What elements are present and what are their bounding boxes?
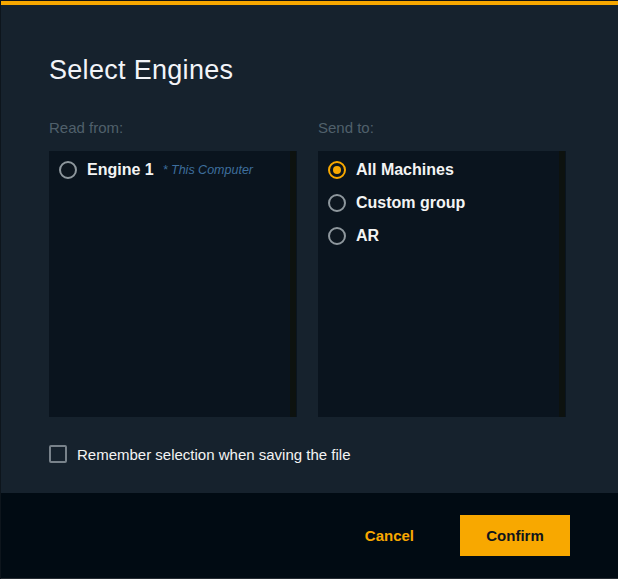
radio-dot (333, 199, 341, 207)
scrollbar-track[interactable] (290, 151, 296, 417)
this-computer-note: * This Computer (163, 163, 253, 177)
read-from-panel: Engine 1 * This Computer (49, 151, 297, 417)
radio-option-label: AR (356, 227, 379, 245)
send-to-panel: All Machines Custom group AR (318, 151, 566, 417)
radio-dot (333, 232, 341, 240)
radio-option-label: Custom group (356, 194, 465, 212)
remember-selection-row[interactable]: Remember selection when saving the file (49, 445, 566, 463)
radio-icon[interactable] (328, 227, 346, 245)
radio-option-ar[interactable]: AR (318, 219, 566, 252)
dialog-content: Select Engines Read from: Engine 1 * Thi… (1, 5, 618, 493)
engine-columns: Read from: Engine 1 * This Computer Send… (49, 119, 566, 417)
radio-option-custom-group[interactable]: Custom group (318, 186, 566, 219)
page-title: Select Engines (49, 55, 566, 86)
radio-option-all-machines[interactable]: All Machines (318, 153, 566, 186)
read-from-label: Read from: (49, 119, 297, 136)
remember-checkbox[interactable] (49, 445, 67, 463)
remember-checkbox-label: Remember selection when saving the file (77, 446, 350, 463)
radio-icon[interactable] (328, 161, 346, 179)
scrollbar-track[interactable] (559, 151, 565, 417)
radio-option-label: Engine 1 (87, 161, 154, 179)
read-from-column: Read from: Engine 1 * This Computer (49, 119, 297, 417)
dialog-footer: Cancel Confirm (1, 493, 618, 579)
radio-icon[interactable] (59, 161, 77, 179)
radio-option-engine-1[interactable]: Engine 1 * This Computer (49, 153, 297, 186)
cancel-button[interactable]: Cancel (353, 517, 426, 554)
send-to-label: Send to: (318, 119, 566, 136)
radio-dot (64, 166, 72, 174)
radio-icon[interactable] (328, 194, 346, 212)
confirm-button[interactable]: Confirm (460, 515, 570, 556)
send-to-column: Send to: All Machines Custom group AR (318, 119, 566, 417)
radio-option-label: All Machines (356, 161, 454, 179)
radio-dot (333, 166, 341, 174)
select-engines-dialog: Select Engines Read from: Engine 1 * Thi… (0, 0, 618, 579)
